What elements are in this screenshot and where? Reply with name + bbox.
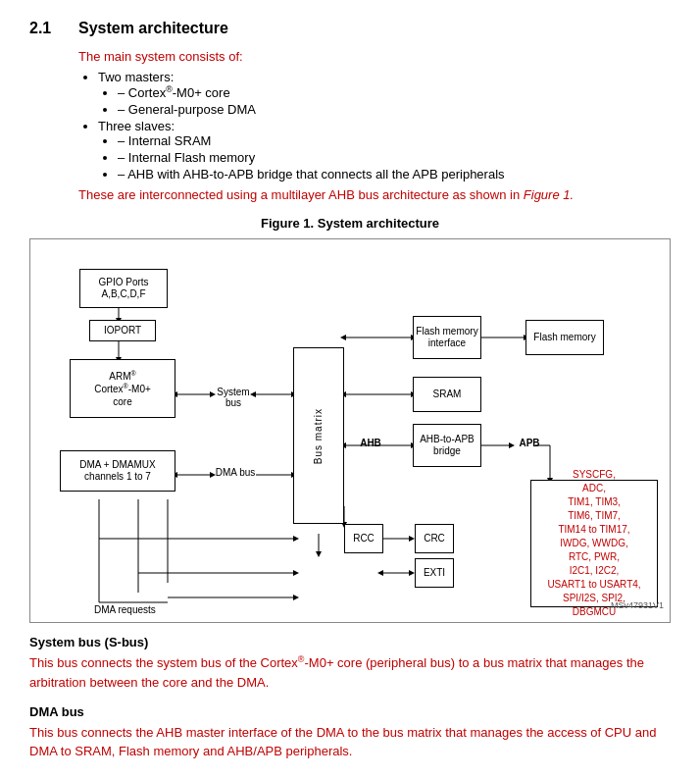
bullet-two-masters: Two masters: Cortex®-M0+ core General-pu… (98, 70, 671, 117)
dma-bus-label: DMA bus (212, 467, 259, 478)
sub-item-cortex: Cortex®-M0+ core (118, 84, 671, 100)
flash-mem-label: Flash memory (533, 332, 595, 343)
system-bus-label: System bus (210, 387, 257, 408)
rcc-box: RCC (344, 524, 383, 553)
msv-label: MSv47931V1 (611, 600, 664, 610)
svg-marker-49 (293, 536, 299, 542)
subsection-dmabus: DMA bus This bus connects the AHB master… (29, 704, 671, 761)
sub-item-ahb: AHB with AHB-to-APB bridge that connects… (118, 167, 671, 182)
figure-container: GPIO Ports A,B,C,D,F IOPORT ARM®Cortex®-… (29, 238, 671, 623)
sub-item-flash: Internal Flash memory (118, 150, 671, 165)
sbus-text: This bus connects the system bus of the … (29, 653, 671, 692)
arm-core-box: ARM®Cortex®-M0+core (70, 359, 175, 418)
gpio-label: GPIO Ports A,B,C,D,F (98, 277, 148, 300)
rcc-label: RCC (353, 533, 375, 545)
dma-label: DMA + DMAMUX channels 1 to 7 (79, 459, 156, 483)
sub-list-slaves: Internal SRAM Internal Flash memory AHB … (118, 133, 671, 182)
peripherals-box: SYSCFG,ADC,TIM1, TIM3,TIM6, TIM7,TIM14 t… (530, 480, 658, 607)
flash-mem-box: Flash memory (525, 320, 604, 355)
arm-core-label: ARM®Cortex®-M0+core (94, 370, 151, 408)
apb-label: APB (515, 438, 544, 448)
section-number: 2.1 (29, 20, 59, 37)
section-header: 2.1 System architecture (29, 20, 671, 37)
flash-if-label: Flash memory interface (416, 326, 477, 349)
sub-item-sram: Internal SRAM (118, 133, 671, 148)
svg-marker-19 (340, 335, 346, 340)
dmabus-title: DMA bus (29, 704, 671, 719)
figure-title: Figure 1. System architecture (29, 216, 671, 231)
svg-marker-51 (293, 570, 299, 576)
conclusion-text: These are interconnected using a multila… (78, 187, 671, 202)
gpio-box: GPIO Ports A,B,C,D,F (79, 269, 168, 308)
intro-text: The main system consists of: (78, 49, 671, 64)
section-title: System architecture (78, 20, 228, 37)
figure-link[interactable]: Figure 1. (524, 187, 574, 202)
subsection-sbus: System bus (S-bus) This bus connects the… (29, 635, 671, 692)
dma-requests-label: DMA requests (94, 604, 156, 615)
arch-diagram: GPIO Ports A,B,C,D,F IOPORT ARM®Cortex®-… (40, 249, 668, 612)
dmabus-text: This bus connects the AHB master interfa… (29, 723, 671, 761)
dma-box: DMA + DMAMUX channels 1 to 7 (60, 450, 175, 492)
ahb-label: AHB (356, 438, 385, 448)
ioport-box: IOPORT (89, 320, 156, 341)
svg-marker-37 (316, 551, 322, 557)
sram-label: SRAM (433, 389, 462, 400)
peripherals-label: SYSCFG,ADC,TIM1, TIM3,TIM6, TIM7,TIM14 t… (547, 468, 640, 619)
bullet-list: Two masters: Cortex®-M0+ core General-pu… (98, 70, 671, 182)
sbus-title: System bus (S-bus) (29, 635, 671, 649)
sub-list-masters: Cortex®-M0+ core General-purpose DMA (118, 84, 671, 117)
crc-box: CRC (415, 524, 454, 553)
svg-marker-53 (293, 595, 299, 600)
bus-matrix-box: Bus matrix (293, 347, 344, 524)
ioport-label: IOPORT (104, 325, 141, 337)
bullet-three-slaves: Three slaves: Internal SRAM Internal Fla… (98, 119, 671, 182)
ahb-apb-label: AHB-to-APB bridge (420, 434, 475, 457)
sram-box: SRAM (413, 377, 481, 412)
svg-marker-44 (377, 570, 383, 576)
exti-label: EXTI (424, 567, 445, 579)
crc-label: CRC (424, 533, 445, 545)
ahb-apb-box: AHB-to-APB bridge (413, 424, 481, 467)
exti-box: EXTI (415, 558, 454, 588)
sub-item-dma: General-purpose DMA (118, 102, 671, 117)
flash-if-box: Flash memory interface (413, 316, 481, 359)
